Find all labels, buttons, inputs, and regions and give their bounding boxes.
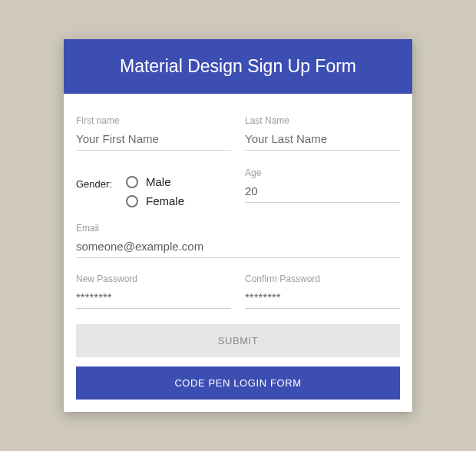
row-name: First name Last Name [76, 115, 400, 151]
submit-button[interactable]: SUBMIT [76, 324, 400, 357]
gender-group: Gender: Male Female [76, 166, 231, 207]
confirm-password-label: Confirm Password [245, 274, 400, 284]
row-gender-age: Gender: Male Female Age [76, 166, 400, 207]
first-name-label: First name [76, 115, 231, 126]
gender-male-text: Male [146, 175, 171, 188]
last-name-field[interactable] [245, 129, 400, 151]
codepen-login-button[interactable]: CODE PEN LOGIN FORM [76, 366, 400, 400]
email-field[interactable] [76, 237, 400, 258]
gender-radio-group: Male Female [126, 175, 184, 207]
radio-icon [126, 176, 138, 188]
radio-icon [126, 195, 138, 207]
row-passwords: New Password Confirm Password [76, 274, 400, 309]
card-header: Material Design Sign Up Form [64, 39, 412, 94]
age-field-wrap: Age [245, 166, 400, 203]
gender-radio-male[interactable]: Male [126, 175, 184, 188]
email-field-wrap: Email [76, 223, 400, 258]
confirm-password-field[interactable] [245, 287, 400, 309]
new-password-field-wrap: New Password [76, 274, 231, 309]
first-name-field[interactable] [76, 129, 231, 151]
age-label: Age [245, 167, 400, 178]
signup-card: Material Design Sign Up Form First name … [64, 39, 412, 412]
email-label: Email [76, 223, 400, 234]
card-title: Material Design Sign Up Form [120, 56, 356, 76]
gender-label: Gender: [76, 175, 112, 190]
confirm-password-field-wrap: Confirm Password [245, 274, 400, 309]
gender-female-text: Female [146, 194, 184, 207]
card-body: First name Last Name Gender: Male F [64, 94, 412, 412]
last-name-field-wrap: Last Name [245, 115, 400, 151]
first-name-field-wrap: First name [76, 115, 231, 151]
row-email: Email [76, 223, 400, 258]
new-password-label: New Password [76, 274, 231, 284]
age-field[interactable] [245, 181, 400, 203]
last-name-label: Last Name [245, 115, 400, 126]
new-password-field[interactable] [76, 287, 231, 309]
gender-radio-female[interactable]: Female [126, 194, 184, 207]
